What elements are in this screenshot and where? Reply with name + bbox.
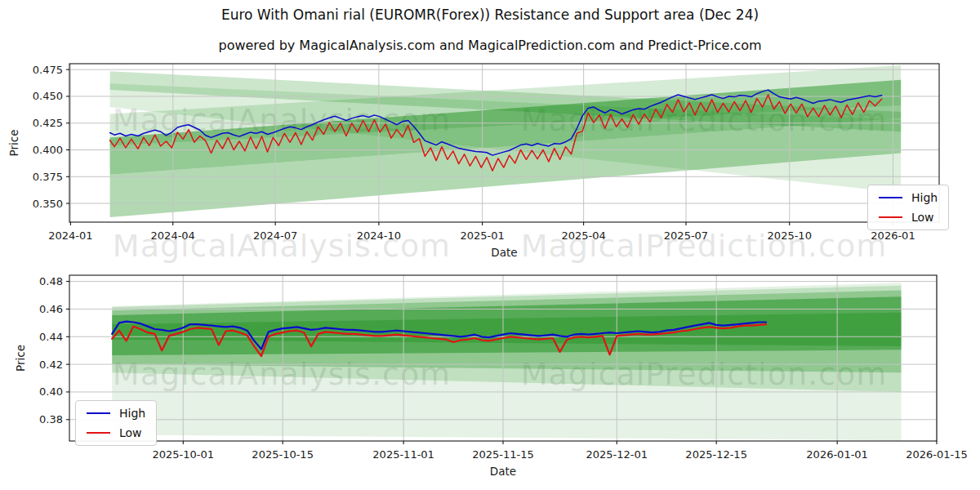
x-tick-label: 2024-04 xyxy=(151,229,195,242)
y-axis-label: Price xyxy=(7,130,20,157)
price-chart-full-history: 2024-012024-042024-072024-102025-012025-… xyxy=(7,64,939,259)
y-tick-label: 0.400 xyxy=(33,144,63,156)
y-tick-label: 0.450 xyxy=(33,90,63,102)
high-legend-label: High xyxy=(911,191,938,204)
low-line-swatch xyxy=(87,432,110,434)
x-tick-label: 2025-07 xyxy=(664,229,708,242)
legend-top-chart: High Low xyxy=(867,185,949,230)
legend-bottom-chart: High Low xyxy=(75,400,157,446)
y-tick-label: 0.425 xyxy=(33,117,63,129)
y-tick-label: 0.46 xyxy=(39,303,63,315)
high-legend-label: High xyxy=(119,407,145,420)
x-tick-label: 2025-10 xyxy=(768,229,812,242)
y-tick-label: 0.48 xyxy=(39,275,63,287)
x-tick-label: 2025-10-15 xyxy=(252,448,314,461)
x-tick-label: 2025-11-01 xyxy=(372,448,434,461)
low-line-swatch xyxy=(879,216,902,218)
legend-item-high: High xyxy=(87,407,145,420)
price-chart-recent-zoom: 2025-10-012025-10-152025-11-012025-11-15… xyxy=(14,275,968,478)
chart-figure: Euro With Omani rial (EUROMR(Forex)) Res… xyxy=(0,0,980,490)
y-tick-label: 0.44 xyxy=(39,331,63,343)
x-tick-label: 2025-12-15 xyxy=(685,448,747,461)
y-tick-label: 0.350 xyxy=(33,198,63,210)
x-tick-label: 2024-10 xyxy=(357,229,401,242)
x-tick-label: 2026-01 xyxy=(871,229,915,242)
support-resistance-bands xyxy=(112,283,901,440)
x-tick-label: 2025-10-01 xyxy=(152,448,214,461)
y-axis-label: Price xyxy=(14,345,27,372)
x-tick-label: 2026-01-15 xyxy=(906,448,968,461)
y-tick-label: 0.475 xyxy=(33,64,63,76)
x-tick-label: 2024-01 xyxy=(48,229,92,242)
y-tick-label: 0.42 xyxy=(39,359,63,371)
y-tick-label: 0.38 xyxy=(39,413,63,425)
support-resistance-bands xyxy=(110,65,902,217)
x-tick-label: 2025-12-01 xyxy=(586,448,648,461)
x-tick-label: 2025-01 xyxy=(460,229,504,242)
low-legend-label: Low xyxy=(119,426,142,439)
legend-item-low: Low xyxy=(879,211,938,224)
y-tick-label: 0.375 xyxy=(33,171,63,183)
x-axis-label: Date xyxy=(490,465,516,478)
x-tick-label: 2024-07 xyxy=(253,229,297,242)
low-legend-label: Low xyxy=(911,211,934,224)
legend-item-high: High xyxy=(879,191,938,204)
x-axis-label: Date xyxy=(491,246,517,259)
x-tick-label: 2025-11-15 xyxy=(472,448,534,461)
x-tick-label: 2026-01-01 xyxy=(806,448,868,461)
y-tick-label: 0.40 xyxy=(39,385,63,398)
x-tick-label: 2025-04 xyxy=(561,229,605,242)
high-line-swatch xyxy=(87,412,110,414)
high-line-swatch xyxy=(879,197,902,198)
legend-item-low: Low xyxy=(87,426,145,439)
